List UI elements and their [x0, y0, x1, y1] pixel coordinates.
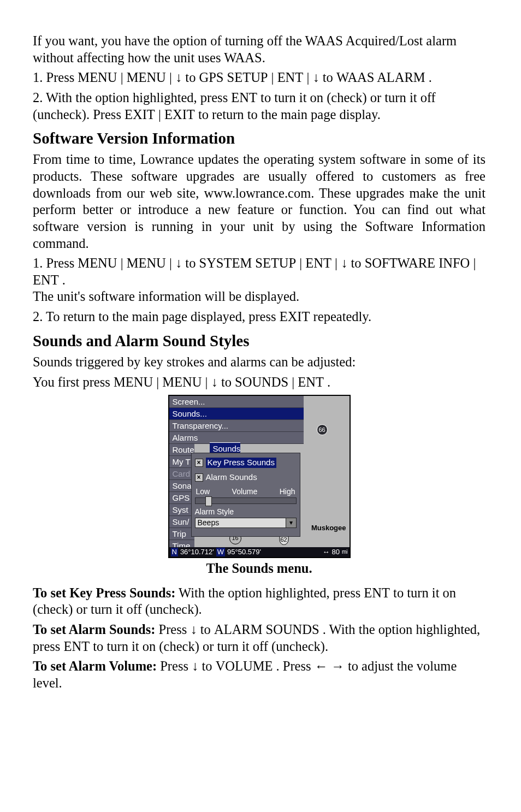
key-ent: ENT: [33, 272, 59, 287]
key-menu: MENU: [78, 256, 117, 270]
waas-step-2: 2. With the option highlighted, press EN…: [33, 90, 486, 123]
checkbox-key-press-sounds[interactable]: × Key Press Sounds: [195, 458, 297, 468]
sounds-paragraph: Sounds triggered by key strokes and alar…: [33, 354, 486, 371]
status-bar: N 36°10.712' W 95°50.579' ↔ 80 mi: [169, 547, 350, 557]
bar: |: [169, 256, 172, 270]
volume-high-label: High: [280, 487, 295, 497]
bar: |: [121, 70, 123, 85]
waas-step-1: 1. Press MENU | MENU | ↓ to GPS SETUP | …: [33, 69, 486, 86]
alarm-style-label: Alarm Style: [195, 507, 297, 517]
route-badge-66: 66: [317, 424, 328, 435]
bar: |: [306, 70, 309, 85]
bar: |: [121, 256, 123, 270]
checkbox-label: Key Press Sounds: [206, 458, 276, 468]
volume-low-label: Low: [196, 487, 210, 497]
down-to: ↓ to: [341, 256, 365, 270]
period: .: [327, 375, 330, 389]
label: To set Key Press Sounds:: [33, 585, 175, 600]
bar: |: [335, 256, 338, 270]
key-exit: EXIT: [280, 309, 310, 324]
txt: 1. Press: [33, 256, 78, 270]
key-software-info: SOFTWARE INFO: [365, 256, 470, 270]
heading-software-version: Software Version Information: [33, 128, 486, 148]
key-menu: MENU: [114, 375, 153, 389]
label: To set Alarm Sounds:: [33, 622, 155, 637]
menu-item-transparency[interactable]: Transparency...: [169, 420, 304, 432]
status-zoom: 80: [331, 548, 339, 556]
device-figure: 66 Muskogee 16 62 Screen... Sounds... Tr…: [33, 395, 486, 583]
key-exit: EXIT: [164, 107, 195, 122]
key-ent: ENT: [63, 639, 90, 654]
bar: |: [271, 70, 274, 85]
status-lon: 95°50.579': [227, 548, 261, 556]
sounds-press: You first press MENU | MENU | ↓ to SOUND…: [33, 374, 486, 391]
down-to: ↓ to: [175, 256, 199, 270]
map-label-muskogee: Muskogee: [311, 524, 346, 532]
txt: to return to the main page display.: [198, 107, 381, 122]
menu-item-sounds[interactable]: Sounds...: [169, 408, 304, 420]
period: .: [62, 272, 66, 287]
label: To set Alarm Volume:: [33, 659, 157, 673]
period: .: [429, 70, 432, 85]
key-menu: MENU: [127, 70, 166, 85]
set-alarm-volume: To set Alarm Volume: Press ↓ to VOLUME .…: [33, 658, 486, 691]
txt: Press ↓ to: [160, 659, 215, 673]
bar: |: [292, 375, 294, 389]
volume-control: Low Volume High: [195, 487, 297, 505]
dropdown-arrow-icon[interactable]: ▾: [286, 518, 297, 528]
key-ent: ENT: [298, 375, 324, 389]
txt: You first press: [33, 375, 114, 389]
bar: |: [299, 256, 302, 270]
bar: |: [158, 107, 161, 122]
bar: |: [156, 375, 159, 389]
txt: to turn it on (check) or turn it off (un…: [93, 639, 328, 654]
key-ent: ENT: [277, 70, 304, 85]
key-ent: ENT: [364, 585, 390, 600]
software-version-paragraph: From time to time, Lowrance updates the …: [33, 151, 486, 252]
volume-slider[interactable]: [195, 497, 297, 504]
key-ent: ENT: [231, 90, 257, 105]
down-to: ↓ to: [211, 375, 235, 389]
checkbox-alarm-sounds[interactable]: × Alarm Sounds: [195, 472, 297, 483]
down-to: ↓ to: [312, 70, 336, 85]
checkbox-icon: ×: [195, 473, 203, 482]
key-system-setup: SYSTEM SETUP: [199, 256, 297, 270]
key-volume: VOLUME: [216, 659, 273, 673]
key-ent: ENT: [305, 256, 331, 270]
alarm-style-select[interactable]: Beeps ▾: [195, 518, 297, 528]
bar: |: [169, 70, 172, 85]
key-menu: MENU: [78, 70, 117, 85]
checkbox-icon: ×: [195, 459, 203, 467]
key-gps-setup: GPS SETUP: [199, 70, 268, 85]
txt: With the option highlighted, press: [179, 585, 364, 600]
bar: |: [473, 256, 476, 270]
status-n: N: [171, 548, 178, 556]
status-lat: 36°10.712': [180, 548, 214, 556]
menu-item-screen[interactable]: Screen...: [169, 396, 304, 408]
figure-caption: The Sounds menu.: [206, 560, 312, 577]
down-to: ↓ to: [175, 70, 199, 85]
sv-step-1: 1. Press MENU | MENU | ↓ to SYSTEM SETUP…: [33, 255, 486, 305]
txt: The unit's software information will be …: [33, 289, 299, 304]
device-screen: 66 Muskogee 16 62 Screen... Sounds... Tr…: [168, 395, 351, 558]
volume-title: Volume: [232, 487, 258, 497]
txt: 2. With the option highlighted, press: [33, 90, 231, 105]
checkbox-label: Alarm Sounds: [206, 472, 257, 483]
status-zoom-unit: mi: [342, 549, 348, 556]
txt: 1. Press: [33, 70, 78, 85]
set-alarm-sounds: To set Alarm Sounds: Press ↓ to ALARM SO…: [33, 621, 486, 655]
status-w: W: [216, 548, 225, 556]
key-waas-alarm: WAAS ALARM: [336, 70, 425, 85]
zoom-arrows-icon: ↔: [322, 548, 329, 556]
txt: Press ↓ to: [159, 622, 214, 637]
key-sounds: SOUNDS: [235, 375, 288, 389]
volume-thumb[interactable]: [205, 496, 212, 506]
sv-step-2: 2. To return to the main page displayed,…: [33, 309, 486, 325]
set-key-press-sounds: To set Key Press Sounds: With the option…: [33, 585, 486, 618]
txt: 2. To return to the main page displayed,…: [33, 309, 280, 324]
key-menu: MENU: [162, 375, 202, 389]
sounds-panel: × Key Press Sounds × Alarm Sounds Low Vo…: [191, 453, 300, 537]
intro-paragraph: If you want, you have the option of turn…: [33, 33, 486, 66]
heading-sounds: Sounds and Alarm Sound Styles: [33, 331, 486, 351]
key-menu: MENU: [127, 256, 166, 270]
